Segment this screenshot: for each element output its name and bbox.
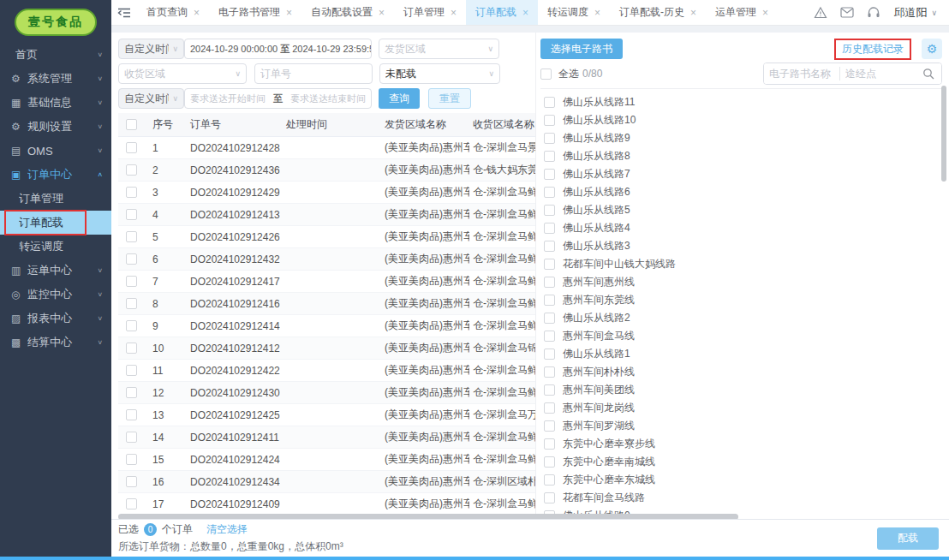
- tab[interactable]: 电子路书管理 ×: [209, 0, 301, 25]
- table-row[interactable]: 13 DO2024102912425 (美亚美肉品)惠州车间 仓-深圳盒马万象: [118, 404, 535, 426]
- route-checkbox[interactable]: [544, 331, 555, 342]
- route-checkbox[interactable]: [544, 277, 555, 288]
- table-row[interactable]: 9 DO2024102912414 (美亚美肉品)惠州车间 仓-深圳盒马鲜生: [118, 315, 535, 337]
- route-list-item[interactable]: 惠州车间盒马线: [540, 327, 942, 345]
- route-checkbox[interactable]: [544, 295, 555, 306]
- route-checkbox[interactable]: [544, 402, 555, 414]
- row-checkbox[interactable]: [126, 365, 137, 376]
- close-icon[interactable]: ×: [451, 7, 457, 19]
- route-checkbox[interactable]: [544, 492, 555, 503]
- select-all-routes-checkbox[interactable]: [540, 69, 552, 80]
- table-row[interactable]: 8 DO2024102912416 (美亚美肉品)惠州车间 仓-深圳盒马鲜生大: [118, 293, 535, 315]
- route-list-item[interactable]: 佛山乐从线路1: [540, 345, 942, 363]
- route-checkbox[interactable]: [544, 133, 555, 144]
- route-list-item[interactable]: 惠州车间朴朴线: [540, 363, 942, 381]
- close-icon[interactable]: ×: [286, 7, 292, 19]
- route-checkbox[interactable]: [544, 259, 555, 270]
- route-checkbox[interactable]: [544, 187, 555, 198]
- table-row[interactable]: 11 DO2024102912422 (美亚美肉品)惠州车间 仓-深圳盒马鲜生大: [118, 360, 535, 382]
- load-button[interactable]: 配载: [877, 527, 939, 550]
- table-row[interactable]: 6 DO2024102912432 (美亚美肉品)惠州车间 仓-深圳盒马鲜生: [118, 248, 535, 271]
- table-row[interactable]: 2 DO2024102912436 (美亚美肉品)惠州车间 仓-钱大妈东莞菜: [118, 159, 535, 182]
- user-menu[interactable]: 邱道阳 ∨: [893, 5, 937, 21]
- route-list-item[interactable]: 佛山乐从线路4: [540, 219, 942, 237]
- row-checkbox[interactable]: [126, 276, 137, 287]
- route-checkbox[interactable]: [544, 420, 555, 432]
- sidebar-item[interactable]: ▤ OMS ∨: [0, 139, 111, 163]
- ship-area-select[interactable]: 发货区域 ∨: [379, 39, 499, 59]
- table-row[interactable]: 12 DO2024102912430 (美亚美肉品)惠州车间 仓-深圳盒马鲜生: [118, 382, 535, 404]
- close-icon[interactable]: ×: [690, 7, 696, 19]
- row-checkbox[interactable]: [126, 209, 137, 220]
- sidebar-item[interactable]: ⚙ 系统管理 ∨: [0, 67, 111, 91]
- select-route-book-button[interactable]: 选择电子路书: [540, 39, 623, 59]
- close-icon[interactable]: ×: [379, 7, 385, 19]
- sidebar-item[interactable]: ▨ 报表中心 ∨: [0, 307, 111, 331]
- sidebar-item[interactable]: 首页 ∨: [0, 43, 111, 67]
- route-name-input[interactable]: [764, 63, 839, 84]
- route-checkbox[interactable]: [544, 205, 555, 216]
- route-list-item[interactable]: 佛山乐从线路6: [540, 183, 942, 201]
- route-checkbox[interactable]: [544, 366, 555, 378]
- table-row[interactable]: 5 DO2024102912426 (美亚美肉品)惠州车间 仓-深圳盒马鲜生: [118, 226, 535, 248]
- row-checkbox[interactable]: [126, 409, 137, 420]
- row-checkbox[interactable]: [126, 187, 137, 198]
- headset-icon[interactable]: [867, 6, 880, 19]
- route-checkbox[interactable]: [544, 313, 555, 324]
- route-list-scrollbar[interactable]: [941, 86, 946, 182]
- row-checkbox[interactable]: [126, 253, 137, 265]
- route-list-item[interactable]: 惠州车间龙岗线: [540, 399, 942, 417]
- row-checkbox[interactable]: [126, 343, 137, 354]
- table-row[interactable]: 7 DO2024102912417 (美亚美肉品)惠州车间 仓-深圳盒马鲜生: [118, 271, 535, 293]
- table-row[interactable]: 1 DO2024102912428 (美亚美肉品)惠州车间 仓-深圳盒马景田: [118, 137, 535, 159]
- route-list-item[interactable]: 东莞中心磨幸寮步线: [540, 435, 942, 453]
- mail-icon[interactable]: [840, 7, 854, 18]
- table-row[interactable]: 10 DO2024102912412 (美亚美肉品)惠州车间 仓-深圳盒马锦荟: [118, 337, 535, 360]
- search-icon[interactable]: [916, 63, 941, 85]
- route-list-item[interactable]: 惠州车间东莞线: [540, 291, 942, 309]
- sidebar-item[interactable]: ▦ 基础信息 ∨: [0, 91, 111, 115]
- alert-icon[interactable]: [814, 6, 827, 19]
- table-row[interactable]: 14 DO2024102912411 (美亚美肉品)惠州车间 仓-深圳盒马鲜生大: [118, 426, 535, 449]
- route-checkbox[interactable]: [544, 151, 555, 162]
- tab[interactable]: 运单管理 ×: [706, 0, 778, 25]
- row-checkbox[interactable]: [126, 476, 137, 487]
- clear-selection-link[interactable]: 清空选择: [206, 522, 248, 537]
- route-list-item[interactable]: 惠州车间惠州线: [540, 273, 942, 291]
- delivery-date-range-input[interactable]: 要求送达开始时间 至 要求送达结束时间: [184, 88, 372, 109]
- row-checkbox[interactable]: [126, 454, 137, 465]
- sidebar-item[interactable]: ◎ 监控中心 ∨: [0, 283, 111, 307]
- tab[interactable]: 首页查询 ×: [137, 0, 209, 25]
- waypoint-input[interactable]: [840, 63, 916, 84]
- route-checkbox[interactable]: [544, 241, 555, 252]
- sidebar-item[interactable]: ▩ 结算中心 ∨: [0, 331, 111, 354]
- sidebar-item[interactable]: ▥ 运单中心 ∨: [0, 259, 111, 283]
- route-list-item[interactable]: 惠州车间罗湖线: [540, 417, 942, 435]
- route-list-item[interactable]: 佛山乐从线路5: [540, 201, 942, 219]
- order-no-input[interactable]: [254, 63, 373, 84]
- route-checkbox[interactable]: [544, 169, 555, 180]
- sidebar-item[interactable]: 订单管理: [0, 187, 111, 211]
- route-list-item[interactable]: 花都车间中山钱大妈线路: [540, 255, 942, 273]
- tab[interactable]: 订单管理 ×: [394, 0, 466, 25]
- delivery-time-type-select[interactable]: 自定义时间 ∨: [118, 88, 184, 109]
- sidebar-item[interactable]: ⚙ 规则设置 ∨: [0, 115, 111, 139]
- route-checkbox[interactable]: [544, 474, 555, 486]
- route-list-item[interactable]: 佛山乐从线路10: [540, 111, 942, 129]
- tab[interactable]: 订单配载 ×: [466, 0, 538, 25]
- route-list-item[interactable]: 佛山乐从线路11: [540, 93, 942, 111]
- tab[interactable]: 订单配载-历史 ×: [610, 0, 706, 25]
- row-checkbox[interactable]: [126, 498, 137, 509]
- row-checkbox[interactable]: [126, 298, 137, 309]
- route-list-item[interactable]: 东莞中心磨幸南城线: [540, 453, 942, 471]
- table-row[interactable]: 15 DO2024102912424 (美亚美肉品)惠州车间 仓-深圳盒马鲜生: [118, 449, 535, 471]
- close-icon[interactable]: ×: [522, 7, 528, 19]
- row-checkbox[interactable]: [126, 320, 137, 331]
- menu-fold-icon[interactable]: [111, 7, 137, 19]
- table-row[interactable]: 17 DO2024102912409 (美亚美肉品)惠州车间 仓-深圳盒马鲜生: [118, 493, 535, 515]
- route-list-item[interactable]: 佛山乐从线路8: [540, 147, 942, 165]
- receive-area-select[interactable]: 收货区域 ∨: [118, 63, 247, 84]
- tab[interactable]: 自动配载设置 ×: [301, 0, 394, 25]
- table-row[interactable]: 16 DO2024102912434 (美亚美肉品)惠州车间 仓-深圳区域朴朴: [118, 471, 535, 493]
- route-list-item[interactable]: 花都车间盒马线路: [540, 489, 942, 507]
